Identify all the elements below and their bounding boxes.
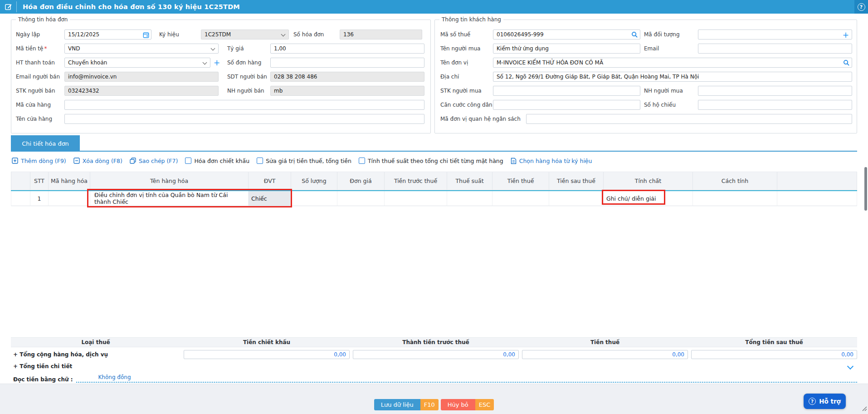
titlebar-help-button[interactable]: ? (854, 0, 868, 14)
checkbox-tinh-thue-suat[interactable]: Tính thuế suất theo tổng chi tiết từng m… (359, 158, 503, 164)
tien-thue-total-input[interactable]: 0,00 (522, 350, 688, 359)
so-hoa-don-input: 136 (340, 30, 422, 39)
nh-nguoi-ban-label: NH người bán (227, 88, 264, 94)
ma-tien-te-label: Mã tiền tệ* (16, 45, 47, 52)
customer-info-legend: Thông tin khách hàng (439, 16, 503, 23)
ma-don-vi-qhns-input[interactable] (526, 114, 852, 124)
tien-sau-thue-cell[interactable] (549, 191, 604, 206)
ten-hang-hoa-cell[interactable]: Điều chỉnh đơn vị tính của Quần bò Nam t… (90, 191, 249, 206)
dia-chi-input[interactable] (493, 72, 852, 82)
add-payment-method-icon[interactable]: + (214, 58, 220, 67)
ten-nguoi-mua-input[interactable] (493, 44, 640, 54)
totals-header-tien-thue: Tiền thuế (522, 339, 688, 345)
tong-tien-sau-thue-total-input[interactable]: 0,00 (691, 350, 857, 359)
chevron-down-icon (211, 46, 215, 51)
checkbox-hoa-don-chiet-khau[interactable]: Hóa đơn chiết khấu (185, 158, 249, 164)
delete-row-button[interactable]: Xóa dòng (F8) (73, 158, 122, 164)
search-icon[interactable] (631, 31, 638, 39)
ma-tien-te-select[interactable]: VND (64, 44, 219, 54)
totals-header-tong-tien-sau-thue: Tổng tiền sau thuế (691, 339, 857, 345)
footer-bar: Lưu dữ liệu F10 Hủy bỏ ESC (0, 384, 868, 414)
invoice-detail-table: STT Mã hàng hóa Tên hàng hóa ĐVT Số lượn… (11, 172, 857, 206)
customer-info-section: Thông tin khách hàng Mã số thuế 01060264… (434, 16, 857, 133)
table-row[interactable]: 1 Điều chỉnh đơn vị tính của Quần bò Nam… (11, 191, 857, 206)
checkbox-icon (257, 158, 263, 164)
form-row: STK người bán 032423432 NH người bán mb (15, 86, 427, 96)
expand-detail-chevron-icon[interactable] (847, 363, 853, 370)
thue-suat-cell[interactable] (447, 191, 493, 206)
col-header-tien-sau-thue: Tiền sau thuế (549, 172, 604, 190)
totals-goods-label: + Tổng cộng hàng hóa, dịch vụ (11, 351, 180, 358)
checkbox-icon (359, 158, 365, 164)
ht-thanh-toan-select[interactable]: Chuyển khoản (64, 58, 210, 68)
help-icon: ? (858, 3, 865, 11)
nh-nguoi-mua-input[interactable] (698, 86, 852, 96)
totals-header-loai-thue: Loại thuế (11, 339, 180, 345)
don-gia-cell[interactable] (337, 191, 385, 206)
document-icon (511, 158, 517, 164)
totals-section: Loại thuế Tiền chiết khấu Thành tiền trư… (11, 337, 857, 383)
tab-underline (11, 151, 857, 152)
minus-square-icon (73, 158, 80, 164)
ma-hang-hoa-cell[interactable] (49, 191, 90, 206)
cancel-hotkey-badge: ESC (475, 399, 494, 410)
so-don-hang-label: Số đơn hàng (227, 59, 261, 66)
cancel-button[interactable]: Hủy bỏ ESC (441, 399, 494, 410)
tien-chiet-khau-total-input[interactable]: 0,00 (184, 350, 350, 359)
form-row: STK người mua NH người mua (439, 86, 853, 96)
stk-nguoi-mua-input[interactable] (493, 86, 640, 96)
thanh-tien-truoc-thue-total-input[interactable]: 0,00 (353, 350, 519, 359)
ten-don-vi-value: M-INVOICE KIỂM THỬ HÓA ĐƠN CÓ MÃ (497, 59, 603, 66)
search-icon[interactable] (843, 59, 850, 68)
add-customer-icon[interactable]: + (843, 30, 849, 39)
so-hoa-don-value: 136 (343, 31, 354, 38)
ngay-lap-input[interactable]: 15/12/2025 (64, 30, 151, 39)
form-row: HT thanh toán Chuyển khoản + Số đơn hàng (15, 58, 427, 68)
title-bar: Hóa đơn điều chỉnh cho hóa đơn số 130 ký… (0, 0, 868, 14)
resize-grip-icon[interactable] (861, 404, 867, 413)
form-row: Tên người mua Email (439, 44, 853, 54)
calendar-icon[interactable] (143, 32, 149, 39)
save-button[interactable]: Lưu dữ liệu F10 (374, 399, 439, 410)
form-row: Tên cửa hàng (15, 114, 427, 124)
copy-row-button[interactable]: Sao chép (F7) (130, 158, 178, 164)
can-cuoc-input[interactable] (493, 100, 640, 110)
so-luong-cell[interactable] (291, 191, 337, 206)
cancel-button-label: Hủy bỏ (441, 399, 475, 410)
ky-hieu-select[interactable]: 1C25TDM (201, 30, 289, 39)
ten-don-vi-input[interactable]: M-INVOICE KIỂM THỬ HÓA ĐƠN CÓ MÃ (493, 58, 852, 68)
tien-thue-cell[interactable] (493, 191, 549, 206)
form-row: Ngày lập 15/12/2025 Ký hiệu 1C25TDM Số h… (15, 30, 427, 39)
so-ho-chieu-input[interactable] (698, 100, 852, 110)
ty-gia-input[interactable] (270, 44, 424, 54)
so-don-hang-input[interactable] (270, 58, 424, 68)
support-button-label: Hỗ trợ (819, 398, 841, 405)
vertical-scrollbar-thumb[interactable] (864, 167, 867, 211)
ht-thanh-toan-value: Chuyển khoản (68, 59, 107, 66)
tinh-chat-cell[interactable]: Ghi chú/ diễn giải (604, 191, 693, 206)
email-nguoi-ban-label: Email người bán (16, 74, 60, 80)
col-header-thue-suat: Thuế suất (447, 172, 493, 190)
row-handle-cell[interactable] (11, 191, 30, 206)
ma-doi-tuong-input[interactable]: + (698, 30, 852, 39)
ten-don-vi-label: Tên đơn vị (440, 59, 468, 66)
col-header-tien-thue: Tiền thuế (493, 172, 549, 190)
ma-so-thue-input[interactable]: 0106026495-999 (493, 30, 640, 39)
add-row-button[interactable]: Thêm dòng (F9) (12, 158, 66, 164)
cach-tinh-cell[interactable] (693, 191, 777, 206)
form-row: Mã cửa hàng (15, 100, 427, 110)
ten-cua-hang-input[interactable] (64, 114, 424, 124)
dvt-cell[interactable]: Chiếc (249, 191, 291, 206)
col-header-so-luong: Số lượng (291, 172, 337, 190)
choose-goods-link[interactable]: Chọn hàng hóa từ ký hiệu (511, 158, 592, 164)
ten-cua-hang-label: Tên cửa hàng (16, 116, 52, 122)
col-header-dvt: ĐVT (249, 172, 291, 190)
tab-chi-tiet-hoa-don[interactable]: Chi tiết hóa đơn (11, 135, 80, 152)
table-header-row: STT Mã hàng hóa Tên hàng hóa ĐVT Số lượn… (11, 172, 857, 190)
checkbox-sua-gia-tri[interactable]: Sửa giá trị tiền thuế, tổng tiền (257, 158, 351, 164)
tien-truoc-thue-cell[interactable] (385, 191, 447, 206)
support-button[interactable]: ? Hỗ trợ (804, 394, 846, 409)
ma-cua-hang-input[interactable] (64, 100, 424, 110)
totals-goods-row: + Tổng cộng hàng hóa, dịch vụ 0,00 0,00 … (11, 350, 857, 359)
email-input[interactable] (698, 44, 852, 54)
